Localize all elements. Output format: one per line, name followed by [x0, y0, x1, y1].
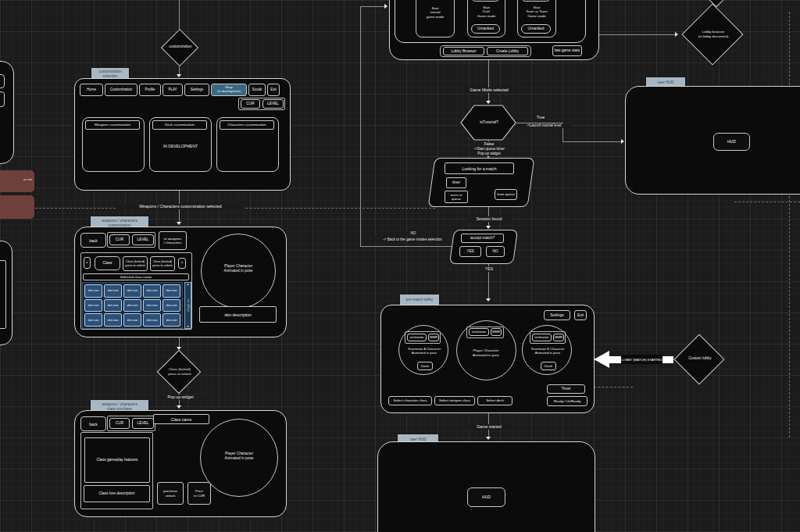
looking-for-match-header: Looking for a match: [445, 162, 514, 174]
lobby-browser-diamond-label: Lobby browser (in lobby document): [684, 30, 742, 38]
customization-diamond-label: customization: [152, 45, 209, 49]
connector-no-v: [360, 6, 361, 246]
prematch-exit-button[interactable]: Exit: [574, 310, 587, 320]
weapons-selected-label: Weapons / Characters customization selec…: [117, 204, 244, 209]
skin-icon-cell[interactable]: skin icon: [143, 313, 161, 327]
prematch-timer-button: Timer: [547, 384, 585, 394]
class-prev-button[interactable]: <: [84, 257, 91, 269]
price-in-cur-button[interactable]: Price in CUR: [188, 482, 211, 505]
team-ranked-button[interactable]: Ranked: [521, 0, 551, 2]
skin-description-box: skin description: [199, 306, 277, 323]
teammate-b-deck-button[interactable]: Deck: [541, 362, 556, 370]
customize-player-label: Player Character Animated in pose: [212, 264, 264, 273]
team-mode-title: Start Team vs Team Game mode: [519, 5, 555, 18]
skin-icon-cell[interactable]: skin icon: [162, 313, 180, 327]
arrowhead-into-customize: [177, 222, 181, 225]
skin-icon-cell[interactable]: skin icon: [123, 299, 141, 312]
back-to-modes-label: -> Back to the game modes selection: [375, 237, 450, 242]
select-weapon-class-button[interactable]: Select weapon class: [434, 396, 475, 405]
player-nickname: nickname: [469, 328, 489, 336]
sticky-pre-match-lobby: pre-match lobby: [400, 295, 439, 305]
nav-settings-button[interactable]: Settings: [184, 84, 209, 96]
select-character-class-button[interactable]: Select character class: [388, 396, 432, 405]
nav-home-button[interactable]: Home: [80, 84, 103, 96]
class-selected-button[interactable]: Class: [95, 256, 120, 270]
launch-tutorial-label: ->Launch tutorial level: [517, 123, 570, 128]
prematch-settings-button[interactable]: Settings: [544, 310, 570, 320]
skin-icon-cell[interactable]: skin icon: [104, 299, 122, 312]
teammate-a-nickname: nickname: [407, 334, 427, 341]
nav-social-button[interactable]: Social: [248, 84, 266, 96]
connector-session-found: [488, 205, 489, 226]
nav-profile-button[interactable]: Profile: [139, 84, 161, 96]
purchase-level-button[interactable]: LEVEL: [132, 418, 154, 429]
class-next-button[interactable]: >: [178, 258, 186, 269]
arrowhead-into-game-modes: [384, 4, 388, 9]
purchase-back-button[interactable]: back: [80, 416, 106, 431]
users-in-queue-box: users in queue: [445, 191, 468, 203]
purchase-unlock-button[interactable]: purchase unlock: [157, 482, 184, 505]
skin-icon-cell[interactable]: skin icon: [84, 313, 102, 327]
connector-modes-to-hexagon: [488, 59, 489, 101]
main-menu-nav: Home Customization Profile PLAY Settings…: [80, 84, 284, 96]
nav-play-button[interactable]: PLAY: [162, 84, 183, 96]
customize-cur-button[interactable]: CUR: [109, 234, 130, 245]
skin-scrollbar[interactable]: ▲ scrollbar ▼: [184, 282, 191, 329]
nav-exit-button[interactable]: Exit: [267, 84, 280, 96]
section-divider-right: [734, 202, 800, 202]
create-lobby-button[interactable]: Create Lobby: [487, 47, 528, 55]
accept-yes-button[interactable]: YES: [459, 246, 481, 257]
nav-customization-button[interactable]: Customization: [105, 84, 138, 96]
duel-unranked-button[interactable]: Unranked: [471, 24, 500, 34]
accept-match-header: accept match?: [461, 234, 504, 243]
accept-no-button[interactable]: NO: [486, 246, 505, 257]
false-label: False: [480, 141, 498, 147]
skin-icon-cell[interactable]: skin icon: [123, 313, 141, 327]
section-divider-bottom-right: [590, 387, 633, 387]
team-queue-button[interactable]: team queue: [495, 189, 517, 200]
class-gameplay-features-box: Class gameplay features: [84, 437, 150, 483]
teammate-b-label: Teammate B Character Animated in pose: [523, 347, 573, 355]
select-deck-button[interactable]: Select deck: [477, 396, 512, 405]
skin-icon-cell[interactable]: skin icon: [104, 284, 122, 298]
to-weapons-button[interactable]: to weapons / characters: [159, 231, 187, 250]
scroll-down-icon[interactable]: ▼: [187, 325, 189, 328]
nav-shop-button[interactable]: Shop (in development): [211, 84, 247, 96]
arrowhead-into-bottom-hud: [486, 437, 491, 440]
class-locked-button-2[interactable]: Class (locked) press to unlock: [150, 256, 175, 271]
skin-icon-cell[interactable]: skin icon: [162, 284, 180, 298]
section-divider-vertical: [789, 12, 790, 437]
skin-icon-cell[interactable]: skin icon: [123, 284, 141, 298]
purchase-player-label: Player Character Animated in pose: [217, 452, 261, 461]
session-found-label: Session found: [467, 216, 511, 222]
class-lore-description-box: Class lore description: [84, 485, 150, 502]
team-unranked-button[interactable]: Unranked: [521, 24, 551, 34]
ready-unready-button[interactable]: Ready / UnReady: [547, 396, 588, 406]
no-branch-label: NO: [405, 231, 422, 236]
menu-cur-button[interactable]: CUR: [241, 99, 260, 109]
scroll-up-icon[interactable]: ▲: [187, 283, 189, 286]
bottom-hud-button: HUD: [467, 487, 505, 507]
skin-icon-cell[interactable]: skin icon: [104, 313, 122, 327]
menu-level-button[interactable]: LEVEL: [262, 99, 284, 109]
teammate-a-deck-button[interactable]: Deck: [417, 362, 433, 370]
connector-to-lobby-browser: [598, 34, 675, 35]
lobby-browser-button[interactable]: Lobby Browser: [443, 47, 484, 55]
purchase-cur-button[interactable]: CUR: [109, 418, 130, 429]
red-note-1: as not: [0, 170, 34, 192]
duel-ranked-button[interactable]: Ranked: [471, 0, 500, 2]
skin-icon-cell[interactable]: skin icon: [143, 299, 161, 312]
arrowhead-into-main-menu: [177, 74, 181, 77]
last-game-stats-button[interactable]: last game stats: [552, 45, 582, 56]
skin-icon-cell[interactable]: skin icon: [84, 284, 102, 298]
skin-icon-cell[interactable]: skin icon: [143, 284, 161, 298]
customize-level-button[interactable]: LEVEL: [132, 234, 154, 245]
skin-icon-cell[interactable]: skin icon: [162, 299, 180, 312]
skin-icon-cell[interactable]: skin icon: [84, 299, 102, 312]
red-note-2: [0, 195, 34, 219]
connector-no-h2: [360, 6, 384, 7]
top-hud-panel: [625, 86, 800, 195]
class-locked-button-1[interactable]: Class (locked) press to unlock: [123, 256, 148, 271]
customize-back-button[interactable]: back: [80, 233, 106, 248]
arrowhead-into-accept: [486, 226, 491, 229]
